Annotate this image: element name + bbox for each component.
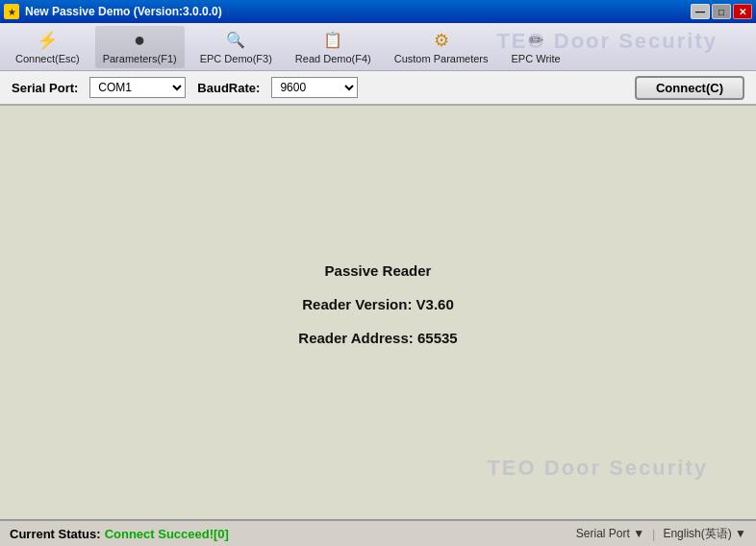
toolbar-connect[interactable]: ⚡ Connect(Esc) [8,26,88,68]
serial-port-status[interactable]: Serial Port ▼ [576,527,644,540]
toolbar-custom-params-label: Custom Parameters [394,53,489,64]
toolbar-parameters[interactable]: ● Parameters(F1) [95,26,185,68]
app-icon: ★ [4,4,19,19]
serial-port-select[interactable]: COM1 COM2 COM3 COM4 [89,77,186,98]
close-button[interactable]: ✕ [733,4,752,19]
toolbar-read-demo[interactable]: 📋 Read Demo(F4) [288,26,379,68]
toolbar-parameters-label: Parameters(F1) [103,53,177,64]
toolbar-epc-demo[interactable]: 🔍 EPC Demo(F3) [192,26,280,68]
connection-bar: Serial Port: COM1 COM2 COM3 COM4 BaudRat… [0,71,756,106]
epc-write-icon: ✏ [525,30,546,51]
read-demo-icon: 📋 [322,30,343,51]
maximize-button[interactable]: □ [712,4,731,19]
baud-rate-label: BaudRate: [197,81,260,95]
serial-port-label: Serial Port: [12,81,78,95]
title-bar: ★ New Passive Demo (Version:3.0.0.0) — □… [0,0,756,23]
toolbar-epc-write[interactable]: ✏ EPC Write [504,26,568,68]
minimize-button[interactable]: — [691,4,710,19]
connect-icon: ⚡ [37,30,58,51]
reader-version: Reader Version: V3.60 [302,296,454,312]
title-text: New Passive Demo (Version:3.0.0.0) [25,5,222,18]
toolbar: ⚡ Connect(Esc) ● Parameters(F1) 🔍 EPC De… [0,23,756,71]
reader-address: Reader Address: 65535 [298,330,457,346]
epc-demo-icon: 🔍 [225,30,246,51]
toolbar-epc-demo-label: EPC Demo(F3) [200,53,272,64]
custom-params-icon: ⚙ [431,30,452,51]
reader-type: Passive Reader [325,262,432,279]
parameters-icon: ● [129,30,150,51]
toolbar-custom-params[interactable]: ⚙ Custom Parameters [387,26,496,68]
toolbar-epc-write-label: EPC Write [512,53,561,64]
main-content: TEO Door Security Passive Reader Reader … [0,106,756,519]
toolbar-connect-label: Connect(Esc) [15,53,80,64]
status-bar: Current Status: Connect Succeed![0] Seri… [0,519,756,546]
status-label: Current Status: [10,527,101,541]
status-value: Connect Succeed![0] [105,527,229,541]
watermark-main: TEO Door Security [487,456,708,481]
window-controls: — □ ✕ [691,4,752,19]
connect-button[interactable]: Connect(C) [635,76,744,100]
toolbar-read-demo-label: Read Demo(F4) [295,53,371,64]
language-status[interactable]: English(英语) ▼ [663,526,746,542]
baud-rate-select[interactable]: 9600 19200 38400 57600 115200 [271,77,358,98]
status-right: Serial Port ▼ | English(英语) ▼ [576,526,746,542]
